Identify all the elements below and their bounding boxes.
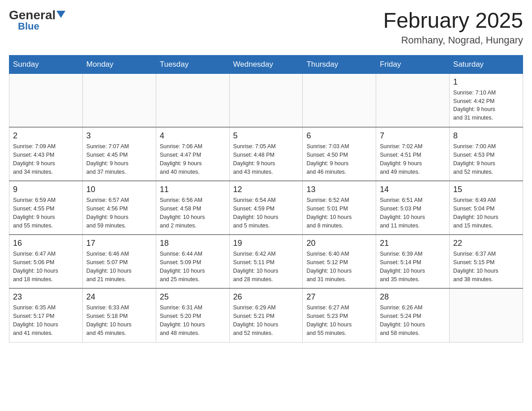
weekday-header-friday: Friday [376, 55, 450, 73]
calendar-cell [229, 73, 303, 127]
location-title: Romhany, Nograd, Hungary [383, 34, 523, 46]
day-number: 18 [160, 239, 226, 248]
calendar-cell: 7Sunrise: 7:02 AM Sunset: 4:51 PM Daylig… [376, 127, 450, 181]
day-info: Sunrise: 6:57 AM Sunset: 4:56 PM Dayligh… [86, 196, 152, 230]
day-number: 4 [160, 131, 226, 141]
day-number: 28 [380, 292, 446, 302]
day-info: Sunrise: 7:10 AM Sunset: 4:42 PM Dayligh… [453, 89, 519, 122]
day-info: Sunrise: 6:42 AM Sunset: 5:11 PM Dayligh… [233, 250, 299, 283]
day-number: 16 [13, 239, 79, 248]
day-number: 26 [233, 292, 299, 302]
day-info: Sunrise: 7:03 AM Sunset: 4:50 PM Dayligh… [306, 142, 372, 176]
day-number: 1 [453, 77, 519, 87]
day-info: Sunrise: 6:44 AM Sunset: 5:09 PM Dayligh… [160, 250, 226, 283]
day-info: Sunrise: 6:59 AM Sunset: 4:55 PM Dayligh… [13, 196, 79, 230]
day-info: Sunrise: 6:54 AM Sunset: 4:59 PM Dayligh… [233, 196, 299, 230]
day-number: 17 [86, 239, 152, 248]
day-number: 3 [86, 131, 152, 141]
calendar-cell: 16Sunrise: 6:47 AM Sunset: 5:06 PM Dayli… [9, 235, 83, 288]
day-info: Sunrise: 7:00 AM Sunset: 4:53 PM Dayligh… [453, 142, 519, 176]
calendar-cell [450, 288, 523, 342]
day-number: 9 [13, 185, 79, 194]
weekday-header-sunday: Sunday [9, 55, 83, 73]
day-number: 15 [453, 185, 519, 194]
day-info: Sunrise: 6:37 AM Sunset: 5:15 PM Dayligh… [453, 250, 519, 283]
calendar-week-row: 16Sunrise: 6:47 AM Sunset: 5:06 PM Dayli… [9, 235, 523, 288]
calendar-cell: 12Sunrise: 6:54 AM Sunset: 4:59 PM Dayli… [229, 181, 303, 235]
calendar-cell: 27Sunrise: 6:27 AM Sunset: 5:23 PM Dayli… [303, 288, 376, 342]
day-number: 12 [233, 185, 299, 194]
calendar-table: SundayMondayTuesdayWednesdayThursdayFrid… [9, 55, 523, 342]
day-number: 7 [380, 131, 446, 141]
day-info: Sunrise: 7:07 AM Sunset: 4:45 PM Dayligh… [86, 142, 152, 176]
day-info: Sunrise: 6:51 AM Sunset: 5:03 PM Dayligh… [380, 196, 446, 230]
weekday-header-wednesday: Wednesday [229, 55, 303, 73]
day-info: Sunrise: 6:33 AM Sunset: 5:18 PM Dayligh… [86, 304, 152, 337]
calendar-cell: 8Sunrise: 7:00 AM Sunset: 4:53 PM Daylig… [450, 127, 523, 181]
day-number: 5 [233, 131, 299, 141]
day-info: Sunrise: 6:39 AM Sunset: 5:14 PM Dayligh… [380, 250, 446, 283]
calendar-cell: 1Sunrise: 7:10 AM Sunset: 4:42 PM Daylig… [450, 73, 523, 127]
day-info: Sunrise: 6:31 AM Sunset: 5:20 PM Dayligh… [160, 304, 226, 337]
day-number: 10 [86, 185, 152, 194]
day-info: Sunrise: 6:47 AM Sunset: 5:06 PM Dayligh… [13, 250, 79, 283]
day-info: Sunrise: 6:46 AM Sunset: 5:07 PM Dayligh… [86, 250, 152, 283]
day-info: Sunrise: 6:35 AM Sunset: 5:17 PM Dayligh… [13, 304, 79, 337]
day-info: Sunrise: 6:49 AM Sunset: 5:04 PM Dayligh… [453, 196, 519, 230]
calendar-cell [82, 73, 156, 127]
calendar-cell: 10Sunrise: 6:57 AM Sunset: 4:56 PM Dayli… [82, 181, 156, 235]
calendar-week-row: 9Sunrise: 6:59 AM Sunset: 4:55 PM Daylig… [9, 181, 523, 235]
day-number: 6 [306, 131, 372, 141]
calendar-cell [156, 73, 229, 127]
calendar-cell: 28Sunrise: 6:26 AM Sunset: 5:24 PM Dayli… [376, 288, 450, 342]
day-number: 27 [306, 292, 372, 302]
calendar-cell: 2Sunrise: 7:09 AM Sunset: 4:43 PM Daylig… [9, 127, 83, 181]
calendar-cell: 23Sunrise: 6:35 AM Sunset: 5:17 PM Dayli… [9, 288, 83, 342]
calendar-cell [376, 73, 450, 127]
calendar-cell: 19Sunrise: 6:42 AM Sunset: 5:11 PM Dayli… [229, 235, 303, 288]
day-info: Sunrise: 6:29 AM Sunset: 5:21 PM Dayligh… [233, 304, 299, 337]
day-number: 22 [453, 239, 519, 248]
day-number: 14 [380, 185, 446, 194]
day-number: 25 [160, 292, 226, 302]
day-info: Sunrise: 6:56 AM Sunset: 4:58 PM Dayligh… [160, 196, 226, 230]
calendar-week-row: 23Sunrise: 6:35 AM Sunset: 5:17 PM Dayli… [9, 288, 523, 342]
month-title: February 2025 [383, 9, 523, 33]
day-info: Sunrise: 6:52 AM Sunset: 5:01 PM Dayligh… [306, 196, 372, 230]
day-number: 20 [306, 239, 372, 248]
day-info: Sunrise: 7:09 AM Sunset: 4:43 PM Dayligh… [13, 142, 79, 176]
calendar-week-row: 2Sunrise: 7:09 AM Sunset: 4:43 PM Daylig… [9, 127, 523, 181]
calendar-cell: 3Sunrise: 7:07 AM Sunset: 4:45 PM Daylig… [82, 127, 156, 181]
day-info: Sunrise: 6:27 AM Sunset: 5:23 PM Dayligh… [306, 304, 372, 337]
calendar-cell [303, 73, 376, 127]
page-header: General Blue February 2025 Romhany, Nogr… [9, 9, 523, 46]
day-info: Sunrise: 7:06 AM Sunset: 4:47 PM Dayligh… [160, 142, 226, 176]
day-number: 21 [380, 239, 446, 248]
day-info: Sunrise: 6:26 AM Sunset: 5:24 PM Dayligh… [380, 304, 446, 337]
calendar-cell: 13Sunrise: 6:52 AM Sunset: 5:01 PM Dayli… [303, 181, 376, 235]
logo-general-text: General [9, 9, 56, 21]
calendar-cell: 18Sunrise: 6:44 AM Sunset: 5:09 PM Dayli… [156, 235, 229, 288]
weekday-header-thursday: Thursday [303, 55, 376, 73]
calendar-week-row: 1Sunrise: 7:10 AM Sunset: 4:42 PM Daylig… [9, 73, 523, 127]
logo-blue-text: Blue [18, 21, 39, 31]
calendar-cell: 26Sunrise: 6:29 AM Sunset: 5:21 PM Dayli… [229, 288, 303, 342]
logo: General Blue [9, 9, 65, 31]
calendar-cell: 14Sunrise: 6:51 AM Sunset: 5:03 PM Dayli… [376, 181, 450, 235]
title-section: February 2025 Romhany, Nograd, Hungary [383, 9, 523, 46]
calendar-cell: 22Sunrise: 6:37 AM Sunset: 5:15 PM Dayli… [450, 235, 523, 288]
calendar-cell: 11Sunrise: 6:56 AM Sunset: 4:58 PM Dayli… [156, 181, 229, 235]
calendar-cell: 6Sunrise: 7:03 AM Sunset: 4:50 PM Daylig… [303, 127, 376, 181]
day-number: 13 [306, 185, 372, 194]
calendar-cell: 9Sunrise: 6:59 AM Sunset: 4:55 PM Daylig… [9, 181, 83, 235]
day-number: 8 [453, 131, 519, 141]
calendar-cell: 21Sunrise: 6:39 AM Sunset: 5:14 PM Dayli… [376, 235, 450, 288]
weekday-header-tuesday: Tuesday [156, 55, 229, 73]
day-number: 24 [86, 292, 152, 302]
day-number: 11 [160, 185, 226, 194]
day-info: Sunrise: 7:02 AM Sunset: 4:51 PM Dayligh… [380, 142, 446, 176]
calendar-cell: 24Sunrise: 6:33 AM Sunset: 5:18 PM Dayli… [82, 288, 156, 342]
logo-triangle-icon [56, 11, 65, 18]
weekday-header-monday: Monday [82, 55, 156, 73]
calendar-cell: 20Sunrise: 6:40 AM Sunset: 5:12 PM Dayli… [303, 235, 376, 288]
